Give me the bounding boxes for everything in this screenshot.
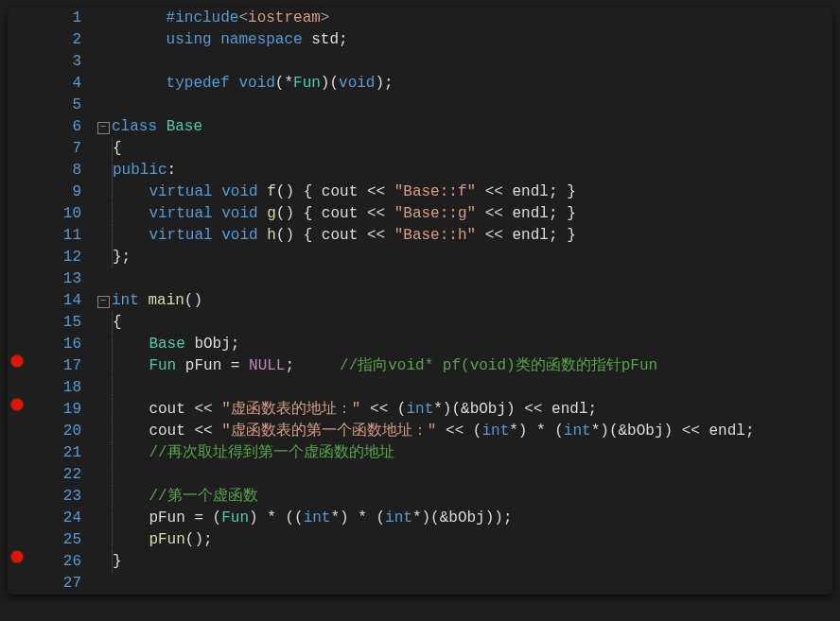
code-content[interactable]: using namespace std; <box>112 29 832 51</box>
code-content[interactable]: Base bObj; <box>113 334 832 355</box>
token-kw: virtual <box>149 205 212 222</box>
token-plain <box>112 75 166 92</box>
token-plain: (* <box>275 75 293 92</box>
code-line[interactable]: 24 pFun = (Fun) * ((int*) * (int*)(&bObj… <box>8 508 832 529</box>
token-plain: *)(&bObj) << endl; <box>433 401 597 418</box>
code-line[interactable]: 15{ <box>8 312 832 334</box>
code-content[interactable]: #include<iostream> <box>112 8 832 29</box>
token-plain: << endl; } <box>476 183 576 200</box>
code-content[interactable]: class Base <box>112 116 832 138</box>
code-content[interactable]: { <box>113 138 832 160</box>
breakpoint-icon[interactable] <box>11 551 23 562</box>
code-line[interactable]: 13 <box>8 268 832 290</box>
token-func: h <box>267 227 276 244</box>
token-plain: std; <box>303 31 348 48</box>
token-plain <box>113 227 149 244</box>
code-line[interactable]: 18 <box>8 377 832 399</box>
code-line[interactable]: 20 cout << "虚函数表的第一个函数地址：" << (int*) * (… <box>8 421 832 442</box>
line-number: 12 <box>26 247 95 268</box>
code-content[interactable]: typedef void(*Fun)(void); <box>112 73 832 95</box>
code-content[interactable]: { <box>113 312 832 334</box>
code-content[interactable]: cout << "虚函数表的第一个函数地址：" << (int*) * (int… <box>113 421 832 442</box>
code-content[interactable]: virtual void f() { cout << "Base::f" << … <box>113 181 832 203</box>
code-line[interactable]: 6−class Base <box>8 116 832 138</box>
code-line[interactable]: 1 #include<iostream> <box>8 8 832 29</box>
token-plain <box>258 183 268 200</box>
line-number: 5 <box>26 95 95 116</box>
token-plain: cout << <box>113 401 221 418</box>
code-line[interactable]: 12}; <box>8 247 832 268</box>
fold-gutter[interactable]: − <box>95 116 112 138</box>
code-content[interactable]: }; <box>113 247 832 268</box>
code-line[interactable]: 16 Base bObj; <box>8 334 832 355</box>
code-line[interactable]: 17 Fun pFun = NULL; //指向void* pf(void)类的… <box>8 355 832 377</box>
code-line[interactable]: 10 virtual void g() { cout << "Base::g" … <box>8 203 832 225</box>
fold-toggle-icon[interactable]: − <box>97 122 110 134</box>
token-str: "Base::g" <box>394 205 476 222</box>
code-line[interactable]: 23 //第一个虚函数 <box>8 486 832 508</box>
fold-toggle-icon[interactable]: − <box>97 296 110 308</box>
code-line[interactable]: 25 pFun(); <box>8 529 832 551</box>
line-number: 13 <box>26 268 95 290</box>
code-line[interactable]: 8public: <box>8 160 832 181</box>
code-content[interactable]: Fun pFun = NULL; //指向void* pf(void)类的函数的… <box>113 355 832 377</box>
token-plain: pFun = ( <box>113 509 221 526</box>
code-content[interactable]: pFun(); <box>113 529 832 551</box>
token-plain <box>258 205 268 222</box>
line-number: 21 <box>26 442 95 464</box>
code-line[interactable]: 22 <box>8 464 832 486</box>
token-inc: < <box>238 9 248 26</box>
token-kw: typedef <box>166 75 230 92</box>
line-number: 9 <box>26 181 95 203</box>
code-line[interactable]: 11 virtual void h() { cout << "Base::h" … <box>8 225 832 247</box>
breakpoint-gutter[interactable] <box>8 399 26 410</box>
token-kw: class <box>112 118 157 135</box>
line-number: 4 <box>26 73 95 95</box>
breakpoint-gutter[interactable] <box>8 551 26 562</box>
token-func: f <box>267 183 276 200</box>
code-line[interactable]: 9 virtual void f() { cout << "Base::f" <… <box>8 181 832 203</box>
token-plain: { <box>113 314 122 331</box>
token-plain <box>230 75 239 92</box>
code-line[interactable]: 14−int main() <box>8 290 832 312</box>
breakpoint-icon[interactable] <box>11 355 23 367</box>
code-line[interactable]: 4 typedef void(*Fun)(void); <box>8 73 832 95</box>
token-kw: void <box>238 75 274 92</box>
code-line[interactable]: 2 using namespace std; <box>8 29 832 51</box>
code-line[interactable]: 21 //再次取址得到第一个虚函数的地址 <box>8 442 832 464</box>
token-kw: void <box>221 205 257 222</box>
code-content[interactable]: virtual void h() { cout << "Base::h" << … <box>113 225 832 247</box>
fold-gutter[interactable]: − <box>95 290 112 312</box>
code-line[interactable]: 5 <box>8 95 832 116</box>
code-content[interactable]: //再次取址得到第一个虚函数的地址 <box>113 442 832 464</box>
line-number: 14 <box>26 290 95 312</box>
line-number: 20 <box>26 421 95 442</box>
code-line[interactable]: 27 <box>8 573 832 595</box>
code-content[interactable]: //第一个虚函数 <box>113 486 832 508</box>
token-str: iostream <box>248 9 321 26</box>
token-plain <box>112 31 166 48</box>
token-plain: () { cout << <box>276 205 394 222</box>
token-plain: *)(&bObj) << endl; <box>591 423 755 440</box>
code-content[interactable]: pFun = (Fun) * ((int*) * (int*)(&bObj)); <box>113 508 832 529</box>
code-content[interactable]: } <box>113 551 832 573</box>
code-editor[interactable]: 1 #include<iostream>2 using namespace st… <box>8 8 832 595</box>
token-plain: pFun = <box>176 357 249 374</box>
breakpoint-gutter[interactable] <box>8 355 26 367</box>
code-line[interactable]: 7{ <box>8 138 832 160</box>
code-content[interactable]: public: <box>113 160 832 181</box>
token-kw: namespace <box>220 31 302 48</box>
token-plain <box>113 488 149 505</box>
code-content[interactable]: virtual void g() { cout << "Base::g" << … <box>113 203 832 225</box>
code-content[interactable]: cout << "虚函数表的地址：" << (int*)(&bObj) << e… <box>113 399 832 421</box>
code-line[interactable]: 3 <box>8 51 832 73</box>
token-plain <box>213 183 222 200</box>
token-str: "虚函数表的地址：" <box>221 401 360 418</box>
line-number: 8 <box>26 160 95 181</box>
token-kw: #include <box>166 9 239 26</box>
code-line[interactable]: 19 cout << "虚函数表的地址：" << (int*)(&bObj) <… <box>8 399 832 421</box>
token-str: "虚函数表的第一个函数地址：" <box>221 423 436 440</box>
code-content[interactable]: int main() <box>112 290 832 312</box>
breakpoint-icon[interactable] <box>11 399 23 410</box>
code-line[interactable]: 26} <box>8 551 832 573</box>
